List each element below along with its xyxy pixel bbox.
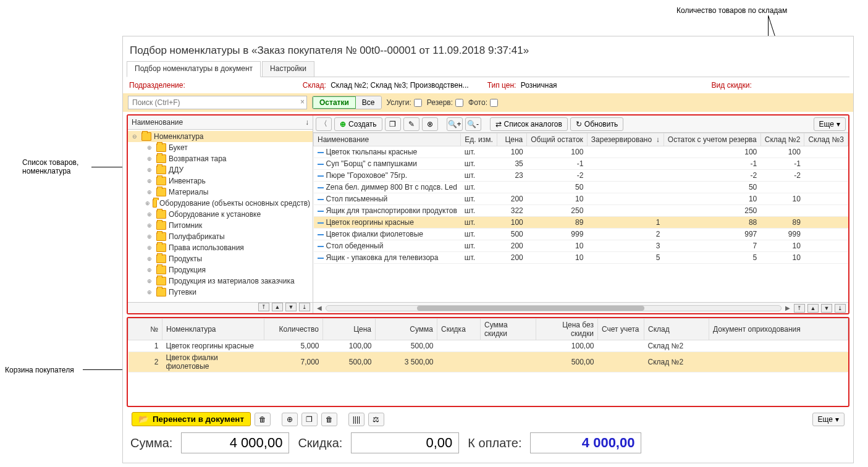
expand-icon[interactable]: ⊕ xyxy=(145,178,154,184)
cart-barcode-btn[interactable]: |||| xyxy=(348,413,364,426)
col-name[interactable]: Наименование xyxy=(314,133,461,146)
tree-nav-top[interactable]: ⤒ xyxy=(258,303,269,311)
cart-col-nom[interactable]: Номенклатура xyxy=(162,319,264,340)
table-row[interactable]: Стол обеденныйшт.200103710 xyxy=(314,240,848,252)
tree-item[interactable]: ⊕Продукция xyxy=(128,264,313,276)
seg-ostatki[interactable]: Остатки xyxy=(313,96,356,109)
table-row[interactable]: Суп "Борщ" с пампушкамишт.35-1-1-1 xyxy=(314,158,848,170)
col-withres[interactable]: Остаток с учетом резерва xyxy=(664,133,761,146)
cart-col-sklad[interactable]: Склад xyxy=(644,319,709,340)
cart-row[interactable]: 1Цветок георгины красные5,000100,00500,0… xyxy=(129,340,848,352)
cart-col-price[interactable]: Цена xyxy=(323,319,376,340)
tree-nav-bottom[interactable]: ⤓ xyxy=(299,303,310,311)
col-price[interactable]: Цена xyxy=(497,133,526,146)
cart-scale-btn[interactable]: ⚖ xyxy=(368,413,384,426)
scroll-right-icon[interactable]: ▶ xyxy=(784,305,791,311)
expand-icon[interactable]: ⊕ xyxy=(145,278,154,284)
tree-item[interactable]: ⊕Питомник xyxy=(128,220,313,231)
expand-icon[interactable]: ⊕ xyxy=(145,189,154,195)
col-total[interactable]: Общий остаток xyxy=(527,133,588,146)
cart-delete-btn[interactable]: 🗑 xyxy=(255,413,271,426)
checkbox-uslugi[interactable] xyxy=(414,99,422,107)
col-sk2[interactable]: Склад №2 xyxy=(761,133,804,146)
expand-icon[interactable]: ⊕ xyxy=(145,289,154,295)
expand-icon[interactable]: ⊕ xyxy=(145,256,154,262)
tab-settings[interactable]: Настройки xyxy=(262,61,314,77)
tree-item[interactable]: ⊕Полуфабрикаты xyxy=(128,231,313,242)
tree-item[interactable]: ⊕Возвратная тара xyxy=(128,153,313,164)
list-nav-bottom[interactable]: ⤓ xyxy=(835,304,846,313)
expand-icon[interactable]: ⊕ xyxy=(145,245,154,251)
cart-trash-btn[interactable]: 🗑 xyxy=(321,413,337,426)
tab-selection[interactable]: Подбор номенклатуры в документ xyxy=(127,61,261,77)
h-scrollbar[interactable] xyxy=(326,305,782,311)
expand-icon[interactable]: ⊕ xyxy=(145,222,154,229)
expand-icon[interactable]: ⊕ xyxy=(145,233,154,240)
refresh-button[interactable]: ↻Обновить xyxy=(570,117,623,131)
edit-button[interactable]: ✎ xyxy=(403,117,419,131)
scroll-left-icon[interactable]: ◀ xyxy=(316,305,323,311)
tree-root[interactable]: ⊖Номенклатура xyxy=(128,131,313,142)
expand-icon[interactable]: ⊕ xyxy=(145,156,154,162)
col-reserved[interactable]: Зарезервировано ↓ xyxy=(587,133,664,146)
transfer-button[interactable]: 📂Перенести в документ xyxy=(132,412,251,426)
sort-icon[interactable]: ↓ xyxy=(305,118,309,127)
tree-item[interactable]: ⊕Материалы xyxy=(128,187,313,198)
clear-search-icon[interactable]: × xyxy=(300,98,305,106)
expand-icon[interactable]: ⊕ xyxy=(145,145,154,151)
create-button[interactable]: ⊕Создать xyxy=(334,117,382,131)
table-row[interactable]: Ящик - упаковка для телевизорашт.2001055… xyxy=(314,252,848,264)
tree-nav-down[interactable]: ▼ xyxy=(285,303,297,311)
cart-add-btn[interactable]: ⊕ xyxy=(282,413,298,426)
expand-icon[interactable]: ⊕ xyxy=(145,167,154,173)
table-row[interactable]: Ящик для транспортировки продуктовшт.322… xyxy=(314,205,848,217)
cart-col-disc[interactable]: Скидка xyxy=(437,319,481,340)
expand-icon[interactable]: ⊕ xyxy=(145,211,154,217)
tree-item[interactable]: ⊕Продукция из материалов заказчика xyxy=(128,276,313,287)
cart-col-qty[interactable]: Количество xyxy=(264,319,323,340)
copy-button[interactable]: ❐ xyxy=(385,117,401,131)
checkbox-rezerv[interactable] xyxy=(455,99,463,107)
cart-col-acct[interactable]: Счет учета xyxy=(598,319,644,340)
tree-item[interactable]: ⊕Путевки xyxy=(128,287,313,298)
cart-col-n[interactable]: № xyxy=(129,319,162,340)
more-button[interactable]: Еще ▾ xyxy=(814,117,846,131)
cart-col-nod[interactable]: Цена без скидки xyxy=(536,319,598,340)
list-nav-up[interactable]: ▲ xyxy=(807,304,819,313)
back-button[interactable]: 〈 xyxy=(316,117,332,131)
cart-row[interactable]: 2Цветок фиалки фиолетовые7,000500,003 50… xyxy=(129,352,848,372)
table-row[interactable]: Цветок тюльпаны красныешт.100100100100 xyxy=(314,146,848,158)
checkbox-foto[interactable] xyxy=(490,99,498,107)
col-ed[interactable]: Ед. изм. xyxy=(461,133,497,146)
analogs-button[interactable]: ⇄Список аналогов xyxy=(490,117,568,131)
cart-col-sum[interactable]: Сумма xyxy=(376,319,437,340)
col-sk3[interactable]: Склад №3 xyxy=(804,133,848,146)
tree-item[interactable]: ⊕Букет xyxy=(128,142,313,153)
tree-item[interactable]: ⊕Оборудование (объекты основных средств) xyxy=(128,198,313,209)
table-row[interactable]: Цветок фиалки фиолетовыешт.5009992997999 xyxy=(314,229,848,240)
table-row[interactable]: Пюре "Гороховое" 75гр.шт.23-2-2-2 xyxy=(314,170,848,182)
zoom-out-button[interactable]: 🔍- xyxy=(465,117,481,131)
tree-item[interactable]: ⊕Инвентарь xyxy=(128,175,313,187)
table-row[interactable]: Zena бел. диммер 800 Вт с подсв. Ledшт.5… xyxy=(314,182,848,193)
search-input[interactable] xyxy=(128,96,307,109)
tree-item[interactable]: ⊕ДДУ xyxy=(128,164,313,175)
cart-more-btn[interactable]: Еще ▾ xyxy=(812,413,845,426)
cart-col-discsum[interactable]: Сумма скидки xyxy=(481,319,536,340)
list-nav-down[interactable]: ▼ xyxy=(821,304,832,313)
table-row[interactable]: Стол письменныйшт.200101010 xyxy=(314,193,848,205)
cart-col-doc[interactable]: Документ оприходования xyxy=(709,319,848,340)
tree-item[interactable]: ⊕Права использования xyxy=(128,242,313,253)
table-row[interactable]: Цветок георгины красныешт.1008918889 xyxy=(314,217,848,229)
seg-vse[interactable]: Все xyxy=(356,96,381,109)
tree-item[interactable]: ⊕Продукты xyxy=(128,253,313,264)
list-nav-top[interactable]: ⤒ xyxy=(794,304,805,313)
expand-icon[interactable]: ⊕ xyxy=(145,267,154,273)
delete-button[interactable]: ⊗ xyxy=(422,117,438,131)
expand-icon[interactable]: ⊕ xyxy=(145,200,150,206)
collapse-icon[interactable]: ⊖ xyxy=(130,133,139,140)
cart-copy-btn[interactable]: ❐ xyxy=(301,413,318,426)
tree-nav-up[interactable]: ▲ xyxy=(272,303,283,311)
zoom-in-button[interactable]: 🔍+ xyxy=(447,117,463,131)
tree-item[interactable]: ⊕Оборудование к установке xyxy=(128,209,313,220)
